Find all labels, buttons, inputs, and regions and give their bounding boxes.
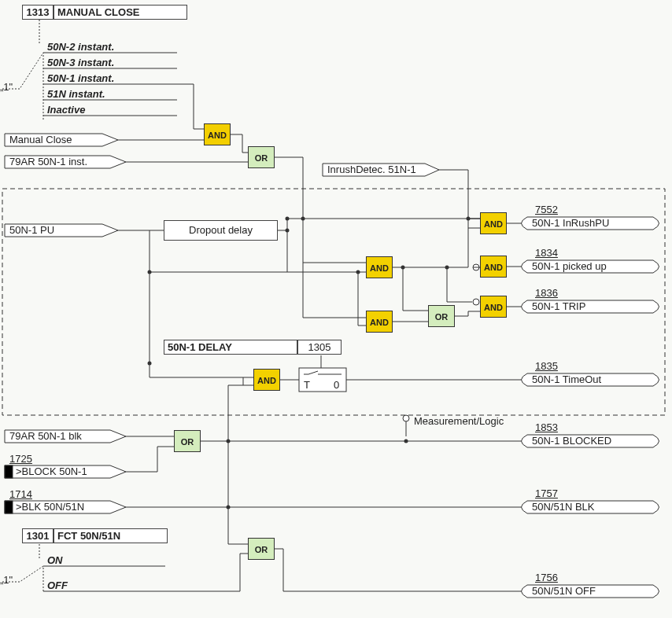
block-num: 1725	[9, 453, 32, 465]
and-gate-trip: AND	[480, 296, 507, 318]
or-gate-block: OR	[174, 430, 201, 452]
svg-point-44	[401, 266, 405, 270]
opt-51n: 51N instant.	[47, 88, 105, 100]
opt-inactive: Inactive	[47, 104, 85, 116]
constant-one-bottom: „1"	[0, 574, 13, 586]
opt-50n1: 50N-1 instant.	[47, 72, 114, 84]
tag-79ar-inst: 79AR 50N-1 inst.	[9, 156, 87, 167]
out-off-num: 1756	[535, 572, 558, 583]
timer-0: 0	[334, 379, 339, 391]
out-picked-num: 1834	[535, 247, 558, 259]
out-timeout: 50N-1 TimeOut	[532, 373, 601, 385]
out-timeout-num: 1835	[535, 360, 558, 372]
and-gate-center: AND	[366, 256, 393, 278]
out-blocked-num: 1853	[535, 421, 558, 433]
svg-point-36	[467, 217, 471, 221]
fct-label: FCT 50N/51N	[54, 528, 168, 543]
and-gate-lower: AND	[366, 311, 393, 333]
tag-block-50n1: >BLOCK 50N-1	[16, 465, 87, 477]
manual-close-label: MANUAL CLOSE	[54, 5, 187, 20]
out-off: 50N/51N OFF	[532, 585, 596, 597]
logic-diagram: 1313 MANUAL CLOSE „1" 50N-2 instant. 50N…	[0, 0, 672, 618]
constant-one-top: „1"	[0, 81, 13, 93]
out-trip: 50N-1 TRIP	[532, 300, 585, 312]
out-blk-num: 1757	[535, 487, 558, 499]
out-blk: 50N/51N BLK	[532, 501, 595, 513]
svg-point-58	[445, 266, 449, 270]
svg-point-33	[148, 270, 152, 274]
out-picked: 50N-1 picked up	[532, 260, 607, 272]
tag-79ar-blk: 79AR 50N-1 blk	[9, 430, 82, 442]
tag-blk-50n51n: >BLK 50N/51N	[16, 501, 84, 513]
svg-point-77	[404, 440, 408, 443]
delay-num-box: 1305	[297, 340, 342, 355]
svg-point-32	[301, 217, 305, 221]
or-gate-off: OR	[248, 538, 275, 560]
svg-point-31	[286, 229, 290, 233]
tag-50n1-pu: 50N-1 PU	[9, 224, 54, 236]
svg-point-49	[356, 270, 360, 274]
fct-on: ON	[47, 554, 63, 566]
opt-50n3: 50N-3 instant.	[47, 57, 114, 68]
out-inrushpu: 50N-1 InRushPU	[532, 217, 609, 229]
out-trip-num: 1836	[535, 287, 558, 299]
tag-inrush-detec: InrushDetec. 51N-1	[327, 164, 416, 175]
measurement-logic-label: Measurement/Logic	[414, 415, 504, 427]
svg-rect-96	[5, 501, 13, 513]
svg-point-57	[473, 299, 479, 305]
tag-manual-close: Manual Close	[9, 134, 72, 145]
opt-50n2: 50N-2 instant.	[47, 41, 114, 53]
dropout-delay-box: Dropout delay	[164, 220, 278, 241]
or-gate-trip: OR	[428, 305, 455, 327]
fct-off: OFF	[47, 579, 68, 591]
and-gate-pickedup: AND	[480, 256, 507, 278]
delay-label-box: 50N-1 DELAY	[164, 340, 297, 355]
and-gate-inrushpu: AND	[480, 212, 507, 234]
out-blocked: 50N-1 BLOCKED	[532, 435, 611, 447]
out-inrushpu-num: 7552	[535, 204, 558, 215]
and-gate-delay: AND	[253, 369, 280, 391]
manual-close-number: 1313	[22, 5, 54, 20]
fct-num: 1301	[22, 528, 54, 543]
timer-T: T	[304, 379, 310, 391]
svg-point-66	[403, 415, 409, 421]
blk-num: 1714	[9, 488, 32, 500]
svg-point-35	[286, 217, 290, 221]
and-gate-1: AND	[204, 123, 231, 145]
or-gate-1: OR	[248, 146, 275, 168]
svg-rect-95	[5, 465, 13, 478]
